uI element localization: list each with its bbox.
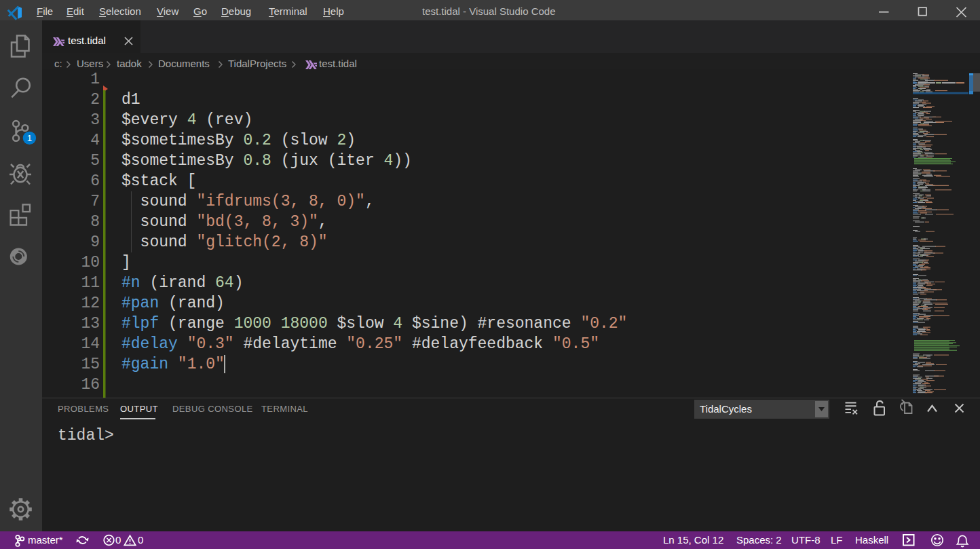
svg-text:1: 1 (27, 133, 33, 143)
